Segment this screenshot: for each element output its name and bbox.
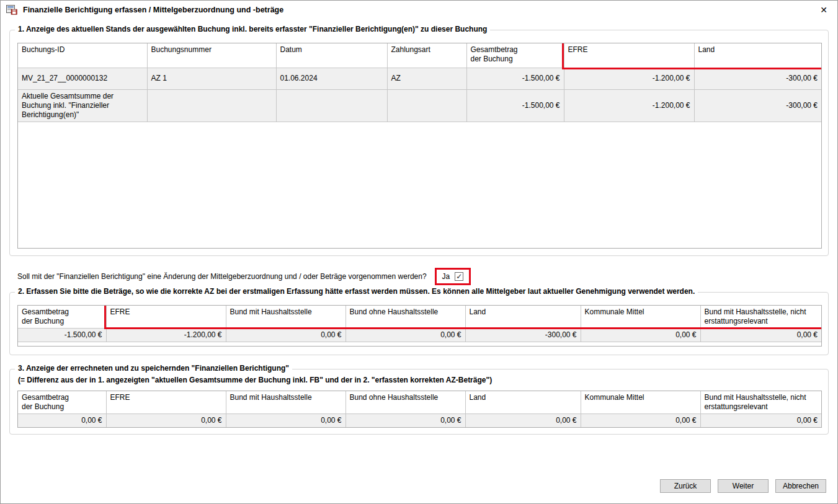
result-gesamtbetrag: 0,00 € xyxy=(18,414,106,428)
entry-bund-ohne-hhs[interactable]: 0,00 € xyxy=(345,329,465,342)
checkmark-icon: ✓ xyxy=(456,273,462,280)
cell-total-label: Aktuelle Gesamtsumme der Buchung inkl. "… xyxy=(18,89,147,122)
cell-empty xyxy=(276,89,387,122)
cell-gesamtbetrag: -1.500,00 € xyxy=(466,68,564,89)
cell-land: -300,00 € xyxy=(694,68,821,89)
section2-table: Gesamtbetrag der Buchung EFRE Bund mit H… xyxy=(17,305,822,347)
col-header-bund-ohne-hhs: Bund ohne Haushaltsstelle xyxy=(345,306,465,329)
result-kommunale-mittel: 0,00 € xyxy=(581,414,700,428)
cell-efre: -1.200,00 € xyxy=(564,68,694,89)
dialog-window: { "window": { "title": "Finanzielle Beri… xyxy=(0,0,838,504)
entry-row: -1.500,00 € -1.200,00 € 0,00 € 0,00 € -3… xyxy=(18,329,821,342)
col-header-kommunale-mittel: Kommunale Mittel xyxy=(581,391,700,414)
ja-checkbox[interactable]: ✓ xyxy=(455,272,463,281)
entry-efre[interactable]: -1.200,00 € xyxy=(106,329,226,342)
col-header-zahlungsart: Zahlungsart xyxy=(387,43,466,68)
cell-datum: 01.06.2024 xyxy=(276,68,387,89)
ja-label: Ja xyxy=(442,272,450,281)
result-row: 0,00 € 0,00 € 0,00 € 0,00 € 0,00 € 0,00 … xyxy=(18,414,821,428)
col-header-bund-mit-hhs: Bund mit Haushaltsstelle xyxy=(226,306,345,329)
cell-empty xyxy=(147,89,276,122)
col-header-gesamtbetrag: Gesamtbetrag der Buchung xyxy=(18,306,106,329)
col-header-bund-ohne-hhs: Bund ohne Haushaltsstelle xyxy=(345,391,465,414)
section3-legend-line2: (= Differenz aus der in 1. angezeigten "… xyxy=(18,376,492,384)
booking-row: MV_21_27__0000000132 AZ 1 01.06.2024 AZ … xyxy=(18,68,821,89)
col-header-efre: EFRE xyxy=(106,306,226,329)
section3-table: Gesamtbetrag der Buchung EFRE Bund mit H… xyxy=(17,391,822,428)
col-header-efre: EFRE xyxy=(564,43,694,68)
cancel-button[interactable]: Abbrechen xyxy=(775,479,826,493)
col-header-datum: Datum xyxy=(276,43,387,68)
button-row: Zurück Weiter Abbrechen xyxy=(660,479,826,493)
app-icon xyxy=(6,5,17,15)
entry-land[interactable]: -300,00 € xyxy=(465,329,581,342)
question-text: Soll mit der "Finanziellen Berichtigung"… xyxy=(17,272,427,281)
col-header-kommunale-mittel: Kommunale Mittel xyxy=(581,306,700,329)
result-bund-mit-hhs-ner: 0,00 € xyxy=(700,414,821,428)
section2-groupbox: 2. Erfassen Sie bitte die Beträge, so wi… xyxy=(9,292,829,355)
section3-legend-line1: 3. Anzeige der errechneten und zu speich… xyxy=(15,364,292,373)
back-button[interactable]: Zurück xyxy=(660,479,711,493)
cell-empty xyxy=(387,89,466,122)
result-efre: 0,00 € xyxy=(106,414,226,428)
col-header-bund-mit-hhs: Bund mit Haushaltsstelle xyxy=(226,391,345,414)
highlight-box-ja: Ja ✓ xyxy=(435,268,471,285)
cell-buchungs-id: MV_21_27__0000000132 xyxy=(18,68,147,89)
col-header-bund-mit-hhs-ner: Bund mit Haushaltsstelle, nicht erstattu… xyxy=(700,306,821,329)
window-title: Finanzielle Berichtigung erfassen / Mitt… xyxy=(23,6,283,14)
close-button[interactable]: ✕ xyxy=(816,2,832,17)
cell-total-efre: -1.200,00 € xyxy=(564,89,694,122)
close-icon: ✕ xyxy=(820,5,827,15)
total-row: Aktuelle Gesamtsumme der Buchung inkl. "… xyxy=(18,89,821,122)
next-button[interactable]: Weiter xyxy=(718,479,769,493)
entry-kommunale-mittel[interactable]: 0,00 € xyxy=(581,329,700,342)
section1-table: Buchungs-ID Buchungsnummer Datum Zahlung… xyxy=(17,43,822,249)
cell-zahlungsart: AZ xyxy=(387,68,466,89)
col-header-land: Land xyxy=(465,306,581,329)
section2-legend: 2. Erfassen Sie bitte die Beträge, so wi… xyxy=(15,287,698,296)
col-header-buchungsnummer: Buchungsnummer xyxy=(147,43,276,68)
entry-bund-mit-hhs[interactable]: 0,00 € xyxy=(226,329,345,342)
section1-legend: 1. Anzeige des aktuellen Stands der ausg… xyxy=(15,25,490,33)
col-header-efre: EFRE xyxy=(106,391,226,414)
col-header-bund-mit-hhs-ner: Bund mit Haushaltsstelle, nicht erstattu… xyxy=(700,391,821,414)
entry-gesamtbetrag: -1.500,00 € xyxy=(18,329,106,342)
result-bund-ohne-hhs: 0,00 € xyxy=(345,414,465,428)
result-land: 0,00 € xyxy=(465,414,581,428)
col-header-gesamtbetrag: Gesamtbetrag der Buchung xyxy=(466,43,564,68)
result-bund-mit-hhs: 0,00 € xyxy=(226,414,345,428)
cell-buchungsnummer: AZ 1 xyxy=(147,68,276,89)
entry-bund-mit-hhs-ner[interactable]: 0,00 € xyxy=(700,329,821,342)
title-bar: Finanzielle Berichtigung erfassen / Mitt… xyxy=(1,1,837,19)
cell-total-land: -300,00 € xyxy=(694,89,821,122)
col-header-buchungs-id: Buchungs-ID xyxy=(18,43,147,68)
section1-groupbox: 1. Anzeige des aktuellen Stands der ausg… xyxy=(9,30,829,256)
col-header-land: Land xyxy=(694,43,821,68)
col-header-land: Land xyxy=(465,391,581,414)
cell-total-gesamtbetrag: -1.500,00 € xyxy=(466,89,564,122)
section3-groupbox: 3. Anzeige der errechneten und zu speich… xyxy=(9,369,829,435)
question-row: Soll mit der "Finanziellen Berichtigung"… xyxy=(9,266,829,287)
col-header-gesamtbetrag: Gesamtbetrag der Buchung xyxy=(18,391,106,414)
